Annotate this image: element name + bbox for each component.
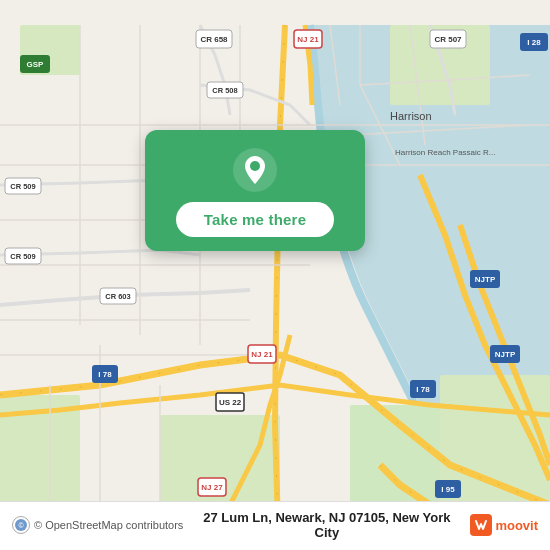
map-background: CR 658 GSP CR 507 NJ 21 CR 509 CR 509 CR… [0,0,550,550]
destination-card: Take me there [145,130,365,251]
svg-text:I 95: I 95 [441,485,455,494]
main-container: CR 658 GSP CR 507 NJ 21 CR 509 CR 509 CR… [0,0,550,550]
svg-text:NJ 27: NJ 27 [201,483,223,492]
svg-text:©: © [18,522,24,529]
svg-text:CR 508: CR 508 [212,86,237,95]
svg-text:CR 507: CR 507 [434,35,462,44]
location-pin-icon [233,148,277,192]
svg-text:US 22: US 22 [219,398,242,407]
map-svg: CR 658 GSP CR 507 NJ 21 CR 509 CR 509 CR… [0,0,550,550]
address-text: 27 Lum Ln, Newark, NJ 07105, New York Ci… [191,510,462,540]
svg-text:GSP: GSP [27,60,45,69]
svg-text:NJ 21: NJ 21 [297,35,319,44]
svg-text:Harrison: Harrison [390,110,432,122]
svg-text:CR 509: CR 509 [10,252,35,261]
moovit-text: moovit [495,518,538,533]
svg-text:I 78: I 78 [98,370,112,379]
attribution-section: © © OpenStreetMap contributors [12,516,183,534]
moovit-icon [470,514,492,536]
bottom-bar: © © OpenStreetMap contributors 27 Lum Ln… [0,501,550,550]
svg-text:NJTP: NJTP [475,275,496,284]
svg-point-44 [250,161,260,171]
take-me-there-button[interactable]: Take me there [176,202,334,237]
svg-text:Harrison Reach Passaic R...: Harrison Reach Passaic R... [395,148,495,157]
svg-text:CR 509: CR 509 [10,182,35,191]
svg-text:I 28: I 28 [527,38,541,47]
svg-text:CR 658: CR 658 [200,35,228,44]
svg-text:NJ 21: NJ 21 [251,350,273,359]
attribution-text: © OpenStreetMap contributors [34,519,183,531]
svg-text:CR 603: CR 603 [105,292,130,301]
moovit-logo: moovit [470,514,538,536]
svg-text:NJTP: NJTP [495,350,516,359]
svg-text:I 78: I 78 [416,385,430,394]
openstreetmap-logo: © [12,516,30,534]
